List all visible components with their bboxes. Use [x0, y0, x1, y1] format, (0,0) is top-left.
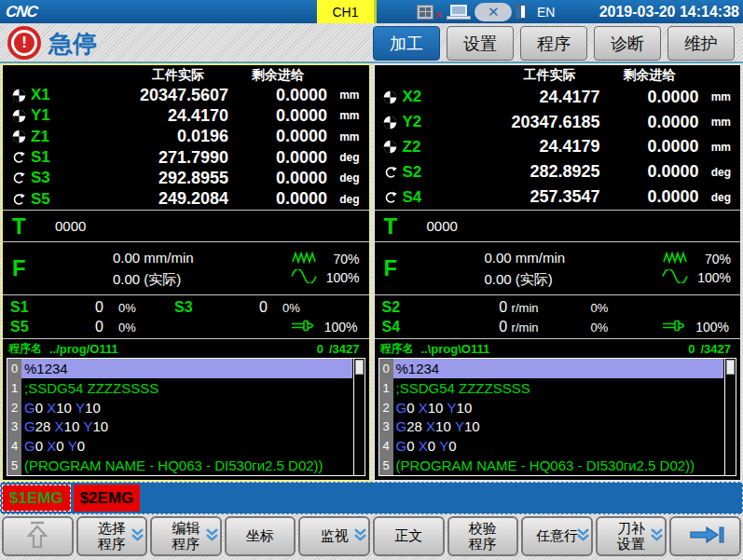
- col-remain-label: 剩余进给: [228, 67, 327, 84]
- program-listing[interactable]: 0 %1234 1 ;SSDG54 ZZZZSSSS 2 G0 X10 Y10 …: [378, 358, 737, 476]
- softkey-刀补设置[interactable]: 刀补设置: [596, 516, 667, 556]
- axis-name: X1: [31, 86, 74, 104]
- alarm-message-bar: $1EMG$2EMG: [0, 482, 743, 514]
- program-name-label: 程序名: [380, 341, 414, 357]
- col-remain-label: 剩余进给: [600, 67, 699, 84]
- axis-remaining-value: 0.0000: [228, 127, 327, 146]
- feed-label: F: [384, 255, 427, 281]
- rotary-axis-icon: [378, 166, 403, 179]
- tool-number: 0000: [427, 218, 458, 234]
- linear-axis-icon: [378, 140, 403, 154]
- axis-row-X2: X2 24.4177 0.0000 mm: [378, 85, 739, 110]
- softkey-监视[interactable]: 监视: [298, 516, 370, 556]
- spindle-speed: 0: [46, 299, 103, 316]
- program-line-5: 5 (PROGRAM NAME - HQ063 - DI530ги2.5 D02…: [7, 456, 352, 475]
- tab-程序[interactable]: 程序: [520, 26, 587, 61]
- softkey-任意行[interactable]: 任意行: [521, 516, 593, 556]
- line-code: G0 X10 Y10: [21, 398, 352, 417]
- line-code: ;SSDG54 ZZZZSSSS: [393, 378, 724, 398]
- program-line-4: 4 G0 X0 Y0: [7, 436, 352, 456]
- chevron-down-icon: [131, 528, 144, 545]
- spindle-load-percent: 0%: [268, 301, 325, 315]
- axis-unit: mm: [699, 116, 739, 129]
- axis-row-S1: S1 271.7990 0.0000 deg: [7, 147, 367, 168]
- softkey-编辑程序[interactable]: 编辑程序: [150, 516, 222, 556]
- axis-remaining-value: 0.0000: [228, 169, 327, 188]
- softkey-label: 任意行: [536, 528, 578, 544]
- scrollbar-thumb[interactable]: [355, 360, 364, 375]
- line-number: 4: [379, 436, 393, 456]
- channel-badge[interactable]: CH1: [317, 0, 377, 23]
- scrollbar-thumb[interactable]: [726, 360, 735, 375]
- softkey-label: 刀补: [617, 521, 645, 537]
- rotary-axis-icon: [7, 171, 31, 184]
- spindle-row: S4 0 r/min 0% 100%: [382, 318, 734, 336]
- axis-unit: deg: [327, 193, 367, 206]
- program-scrollbar[interactable]: [353, 359, 365, 475]
- feed-override-value: 100%: [319, 270, 360, 285]
- axis-row-Z2: Z2 24.4179 0.0000 mm: [378, 135, 739, 160]
- tool-row: T 0000: [3, 211, 369, 242]
- linear-axis-icon: [378, 90, 403, 104]
- spindle-speed: 0 r/min: [418, 319, 539, 335]
- line-number: 5: [379, 456, 393, 475]
- program-path: ../prog/O111: [49, 342, 118, 356]
- spindle-name: S2: [382, 299, 418, 316]
- brand-logo: CNC: [5, 3, 38, 21]
- titlebar: CNC CH1 ✕ ✕ EN 2019-03-20 14:14:38: [0, 0, 743, 23]
- emergency-stop-icon: !: [7, 26, 41, 60]
- softkey-label: 正文: [394, 528, 422, 544]
- axis-remaining-value: 0.0000: [228, 148, 327, 168]
- axis-row-S4: S4 257.3547 0.0000 deg: [378, 184, 739, 210]
- line-number: 5: [7, 456, 21, 475]
- spindle-name: S5: [10, 319, 46, 335]
- linear-axis-icon: [378, 116, 403, 130]
- program-header: 程序名 ..\prog\O111 0 /3427: [375, 339, 741, 358]
- spindle-tool-icon: [289, 319, 317, 335]
- softkey-校验程序[interactable]: 校验程序: [447, 516, 519, 556]
- axis-unit: deg: [699, 166, 739, 179]
- softkey-up-arrow[interactable]: [2, 516, 74, 556]
- axis-unit: deg: [327, 151, 367, 164]
- feed-programmed: 0.00 mm/min: [485, 247, 566, 268]
- line-code: G28 X10 Y10: [21, 417, 352, 436]
- softkey-坐标[interactable]: 坐标: [225, 516, 296, 556]
- tab-维护[interactable]: 维护: [667, 26, 735, 61]
- axis-remaining-value: 0.0000: [600, 137, 699, 157]
- program-line-1: 1 ;SSDG54 ZZZZSSSS: [379, 378, 724, 398]
- line-code: %1234: [21, 359, 352, 378]
- axis-actual-value: 271.7990: [74, 148, 228, 168]
- feed-row: F 0.00 mm/min 0.00 (实际) 70% 100%: [375, 242, 741, 295]
- override-block: 70% 100%: [658, 252, 731, 286]
- spindle-override-value: 100%: [324, 320, 358, 335]
- cnc-hmi-screen: CNC CH1 ✕ ✕ EN 2019-03-20 14:14:38 ! 急停 …: [0, 0, 743, 560]
- axis-name: S4: [403, 188, 446, 207]
- spindle-speed: 0: [46, 319, 103, 335]
- tab-加工[interactable]: 加工: [373, 26, 440, 61]
- language-indicator[interactable]: EN: [537, 5, 555, 20]
- axis-remaining-value: 0.0000: [228, 86, 327, 105]
- line-number: 0: [7, 359, 21, 378]
- softkey-选择程序[interactable]: 选择程序: [76, 516, 148, 556]
- program-listing[interactable]: 0 %1234 1 ;SSDG54 ZZZZSSSS 2 G0 X10 Y10 …: [7, 358, 365, 476]
- spindle-load-percent: 0%: [539, 301, 641, 315]
- close-connection-icon[interactable]: ✕: [475, 3, 512, 21]
- softkey-正文[interactable]: 正文: [373, 516, 445, 556]
- alarm-header: ! 急停 加工设置程序诊断维护: [0, 23, 743, 63]
- softkey-label: 选择: [98, 521, 126, 537]
- machine-status-icon: [417, 5, 433, 20]
- line-code: G28 X10 Y10: [393, 417, 724, 436]
- tab-诊断[interactable]: 诊断: [594, 26, 661, 61]
- feed-override-icon: [658, 269, 690, 286]
- spindle-speed: 0: [210, 299, 268, 316]
- axis-name: S3: [31, 169, 74, 187]
- program-scrollbar[interactable]: [724, 359, 736, 475]
- tool-label: T: [12, 213, 55, 239]
- spindle-tool-icon: [660, 319, 688, 335]
- tab-设置[interactable]: 设置: [447, 26, 514, 61]
- softkey-next-page[interactable]: [669, 516, 741, 556]
- disconnected-x-icon: ✕: [434, 9, 443, 21]
- axis-actual-value: 24.4179: [446, 137, 600, 157]
- axis-display: 工件实际 剩余进给 X2 24.4177 0.0000 mm Y2 20347.…: [375, 65, 741, 211]
- rapid-override-icon: [287, 252, 319, 266]
